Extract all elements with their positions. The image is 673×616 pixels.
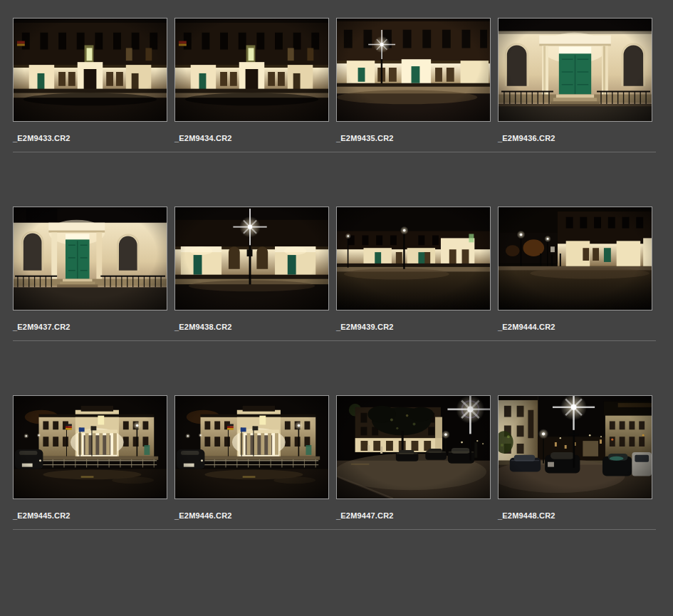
filename-label[interactable]: _E2M9446.CR2 xyxy=(174,511,329,520)
file-cell: _E2M9448.CR2 xyxy=(498,395,652,520)
file-cell: _E2M9444.CR2 xyxy=(498,207,652,331)
thumbnail-row: _E2M9433.CR2 _E2M9434.CR2 _E2M9435.CR2 _… xyxy=(13,18,673,142)
photo-scene xyxy=(175,19,328,121)
grid-row-3: _E2M9445.CR2 _E2M9446.CR2 _E2M9447.CR2 _… xyxy=(13,395,673,530)
file-cell: _E2M9445.CR2 xyxy=(13,395,167,520)
file-cell: _E2M9436.CR2 xyxy=(498,18,652,142)
photo-scene xyxy=(14,19,167,121)
filename-label[interactable]: _E2M9444.CR2 xyxy=(498,323,652,331)
row-divider xyxy=(13,340,656,341)
file-cell: _E2M9447.CR2 xyxy=(336,395,491,520)
photo-thumbnail[interactable] xyxy=(498,207,652,310)
photo-thumbnail[interactable] xyxy=(174,207,329,310)
photo-scene xyxy=(14,207,167,310)
photo-scene xyxy=(337,207,490,310)
filename-label[interactable]: _E2M9433.CR2 xyxy=(13,134,167,142)
filename-label[interactable]: _E2M9439.CR2 xyxy=(336,323,491,331)
file-cell: _E2M9435.CR2 xyxy=(336,18,491,142)
file-cell: _E2M9437.CR2 xyxy=(13,207,167,331)
filename-label[interactable]: _E2M9435.CR2 xyxy=(336,134,491,142)
filename-label[interactable]: _E2M9437.CR2 xyxy=(13,323,167,331)
file-cell: _E2M9433.CR2 xyxy=(13,18,167,142)
photo-thumbnail[interactable] xyxy=(498,395,652,499)
photo-scene xyxy=(498,395,652,498)
photo-thumbnail[interactable] xyxy=(13,207,167,310)
photo-thumbnail[interactable] xyxy=(13,18,167,122)
grid-row-1: _E2M9433.CR2 _E2M9434.CR2 _E2M9435.CR2 _… xyxy=(13,18,673,152)
photo-scene xyxy=(336,395,491,498)
row-divider xyxy=(13,529,656,530)
photo-scene xyxy=(499,19,652,121)
filename-label[interactable]: _E2M9434.CR2 xyxy=(174,134,329,142)
photo-scene xyxy=(499,207,652,310)
photo-thumbnail[interactable] xyxy=(336,395,491,499)
thumbnail-row: _E2M9437.CR2 _E2M9438.CR2 _E2M9439.CR2 _… xyxy=(13,207,673,331)
file-cell: _E2M9446.CR2 xyxy=(174,395,329,520)
filename-label[interactable]: _E2M9438.CR2 xyxy=(174,323,329,331)
photo-scene xyxy=(337,19,490,121)
photo-thumbnail[interactable] xyxy=(174,18,329,122)
photo-thumbnail[interactable] xyxy=(336,207,491,310)
photo-thumbnail[interactable] xyxy=(336,18,491,122)
grid-row-2: _E2M9437.CR2 _E2M9438.CR2 _E2M9439.CR2 _… xyxy=(13,207,673,341)
photo-scene xyxy=(175,207,328,310)
photo-grid-content-panel: _E2M9433.CR2 _E2M9434.CR2 _E2M9435.CR2 _… xyxy=(0,0,673,530)
file-cell: _E2M9439.CR2 xyxy=(336,207,491,331)
photo-thumbnail[interactable] xyxy=(174,395,329,499)
photo-thumbnail[interactable] xyxy=(13,395,167,499)
file-cell: _E2M9438.CR2 xyxy=(174,207,329,331)
file-cell: _E2M9434.CR2 xyxy=(174,18,329,142)
filename-label[interactable]: _E2M9448.CR2 xyxy=(498,511,652,520)
photo-scene xyxy=(175,396,328,498)
row-divider xyxy=(13,152,656,152)
photo-thumbnail[interactable] xyxy=(498,18,652,122)
filename-label[interactable]: _E2M9445.CR2 xyxy=(13,511,167,520)
thumbnail-row: _E2M9445.CR2 _E2M9446.CR2 _E2M9447.CR2 _… xyxy=(13,395,673,520)
filename-label[interactable]: _E2M9447.CR2 xyxy=(336,511,491,520)
filename-label[interactable]: _E2M9436.CR2 xyxy=(498,134,652,142)
photo-scene xyxy=(14,396,167,498)
